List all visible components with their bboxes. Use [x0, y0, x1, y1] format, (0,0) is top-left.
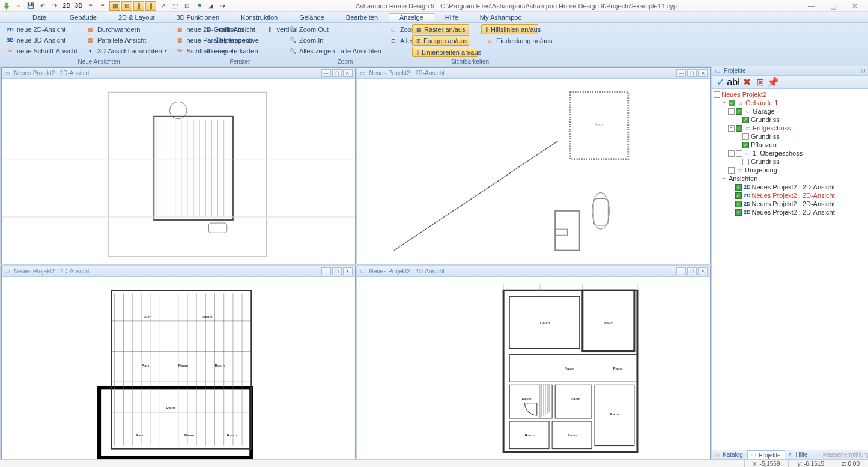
bottom-tabs: ◎Katalog ▭Projekte ?Hilfe ▭Massenermittl… — [712, 450, 868, 459]
check-icon[interactable]: ✓ — [715, 78, 726, 87]
lineweight-icon[interactable]: ∥ — [145, 1, 156, 11]
close-tab-icon[interactable]: ⊠ — [754, 78, 765, 87]
maximize-button[interactable]: ▢ — [826, 1, 840, 11]
mass-icon: ▭ — [816, 452, 822, 458]
viewport-minimize[interactable]: — — [321, 267, 331, 275]
svg-text:Raum: Raum — [136, 433, 145, 437]
flag-icon[interactable]: ⚑ — [193, 1, 204, 11]
undo-icon[interactable]: ↶ — [37, 1, 48, 11]
menu-gelaende[interactable]: Gelände — [288, 13, 335, 22]
tab-hilfe[interactable]: ?Hilfe — [785, 450, 812, 459]
svg-text:Raum: Raum — [524, 433, 534, 437]
viewport-maximize[interactable]: ▢ — [687, 69, 697, 77]
fangen-toggle[interactable]: ⊞Fangen an/aus — [412, 35, 469, 46]
viewport-3: ▭Neues Projekt2 : 2D-Ansicht —▢✕ RaumRau… — [1, 266, 356, 463]
zoom-out-button[interactable]: 🔍Zoom Out — [286, 24, 384, 34]
2d-icon[interactable]: 2D — [61, 1, 72, 11]
more-icon[interactable]: ▫▾ — [217, 1, 228, 11]
download-icon[interactable] — [1, 1, 12, 11]
svg-text:Raum: Raum — [604, 321, 613, 325]
overlapping-button[interactable]: ▭Überlappend — [202, 35, 261, 45]
project-tree[interactable]: −Neues Projekt2 −✓⌂Gebäude 1 −✓▭Garage ✓… — [712, 89, 868, 459]
3d-icon[interactable]: 3D — [73, 1, 84, 11]
raster-toggle[interactable]: ▦Raster an/aus — [412, 24, 469, 34]
tree-collapse[interactable]: − — [714, 91, 720, 98]
viewport-close[interactable]: ✕ — [698, 267, 708, 275]
zoom-in-button[interactable]: 🔍Zoom In — [286, 35, 384, 45]
viewport-maximize[interactable]: ▢ — [687, 267, 697, 275]
menu-2dlayout[interactable]: 2D & Layout — [108, 13, 166, 22]
tab-katalog[interactable]: ◎Katalog — [712, 450, 747, 459]
menu-datei[interactable]: Datei — [22, 13, 59, 22]
tab-projekte[interactable]: ▭Projekte — [747, 450, 785, 459]
viewport-close[interactable]: ✕ — [343, 69, 353, 77]
walkthrough-button[interactable]: ▦Durchwandern — [84, 24, 169, 34]
svg-text:Raum: Raum — [521, 397, 531, 400]
minimize-button[interactable]: — — [804, 1, 819, 11]
arrow-icon[interactable]: ↗ — [157, 1, 168, 11]
statusbar: x: -5,1569 y: -6,1615 z: 0,00 — [0, 459, 868, 467]
projects-panel: ▭ Projekte ⊡ ✓ abl ✖ ⊠ 📌 −Neues Projekt2… — [712, 66, 868, 459]
viewport-1: ▭ Neues Projekt2 : 2D-Ansicht — ▢ ✕ — [1, 67, 356, 264]
svg-text:Raum: Raum — [202, 315, 212, 319]
viewport-canvas[interactable]: RaumRaum RaumRaumRaum Raum RaumRaumRaum — [2, 277, 355, 462]
redo-icon[interactable]: ↷ — [49, 1, 60, 11]
pin-icon[interactable]: 📌 — [768, 78, 778, 87]
svg-text:Raum: Raum — [564, 367, 574, 370]
eindeckung-toggle[interactable]: ⌂Eindeckung an/aus — [481, 35, 557, 46]
window-controls: — ▢ ✕ — [804, 1, 868, 11]
tabs-button[interactable]: ⊞Registerkarten — [202, 46, 261, 56]
viewport-2: ▭Neues Projekt2 : 2D-Ansicht —▢✕ Raum — [357, 67, 711, 264]
horizontal-button[interactable]: ≡Horizontal — [202, 24, 261, 34]
viewport-canvas[interactable] — [2, 79, 355, 264]
new-3d-view-button[interactable]: 3Dneue 3D-Ansicht — [4, 35, 80, 45]
align-3d-view-button[interactable]: ▾3D-Ansicht ausrichten▾ — [84, 46, 169, 56]
select-icon[interactable]: ⬚ — [169, 1, 180, 11]
save-icon[interactable]: 💾 — [25, 1, 36, 11]
viewport-minimize[interactable]: — — [321, 69, 331, 77]
viewport-close[interactable]: ✕ — [343, 267, 353, 275]
parallel-view-button[interactable]: ▦Parallele Ansicht — [84, 35, 169, 45]
close-button[interactable]: ✕ — [848, 1, 862, 11]
floor-icon: ▭ — [744, 108, 751, 115]
viewport-minimize[interactable]: — — [676, 69, 686, 77]
menu-3dfunktionen[interactable]: 3D Funktionen — [166, 13, 231, 22]
menu-bearbeiten[interactable]: Bearbeiten — [335, 13, 389, 22]
guides-icon[interactable]: ∥ — [133, 1, 144, 11]
svg-text:Raum: Raum — [610, 412, 619, 416]
viewport-maximize[interactable]: ▢ — [332, 69, 342, 77]
rename-icon[interactable]: abl — [728, 78, 739, 87]
tool3-icon[interactable]: ⊡ — [181, 1, 192, 11]
checkbox[interactable]: ✓ — [729, 100, 735, 106]
new-2d-view-button[interactable]: 2Dneue 2D-Ansicht — [4, 24, 80, 34]
building-icon: ⌂ — [737, 99, 744, 106]
panel-title: ▭ Projekte ⊡ — [712, 66, 868, 76]
menu-konstruktion[interactable]: Konstruktion — [230, 13, 288, 22]
tool2-icon[interactable]: ≡ — [97, 1, 108, 11]
svg-rect-59 — [509, 385, 552, 418]
lineweight-toggle[interactable]: ∥Linienbreiten an/aus — [412, 47, 478, 57]
svg-rect-20 — [555, 229, 567, 235]
viewport-close[interactable]: ✕ — [698, 69, 708, 77]
tab-massenermittlung[interactable]: ▭Massenermittlung — [812, 450, 868, 459]
hilfslinien-toggle[interactable]: ∥Hilfslinien an/aus — [481, 24, 538, 34]
delete-icon[interactable]: ✖ — [741, 78, 752, 87]
menu-myashampoo[interactable]: My Ashampoo — [469, 13, 533, 22]
viewport-canvas[interactable]: Raum — [357, 79, 711, 264]
catalog-icon: ◎ — [715, 452, 721, 458]
panel-restore-icon[interactable]: ⊡ — [861, 67, 868, 75]
viewport-minimize[interactable]: — — [676, 267, 686, 275]
viewport-maximize[interactable]: ▢ — [332, 267, 342, 275]
menu-gebaeude[interactable]: Gebäude — [59, 13, 108, 22]
eraser-icon[interactable]: ◢ — [205, 1, 216, 11]
show-all-views-button[interactable]: 🔍Alles zeigen - alle Ansichten — [286, 46, 384, 56]
svg-rect-26 — [111, 290, 251, 448]
menu-anzeige[interactable]: Anzeige — [389, 13, 434, 21]
new-icon[interactable]: ▫ — [13, 1, 24, 11]
grid-icon[interactable]: ▦ — [109, 1, 120, 11]
snap-icon[interactable]: ⊞ — [121, 1, 132, 11]
viewport-canvas[interactable]: RaumRaum RaumRaum RaumRaum Raum RaumRaum — [357, 277, 711, 462]
menu-hilfe[interactable]: Hilfe — [434, 13, 469, 22]
new-section-view-button[interactable]: ✂neue Schnitt-Ansicht — [4, 46, 80, 56]
tool-icon[interactable]: ≡ — [85, 1, 96, 11]
